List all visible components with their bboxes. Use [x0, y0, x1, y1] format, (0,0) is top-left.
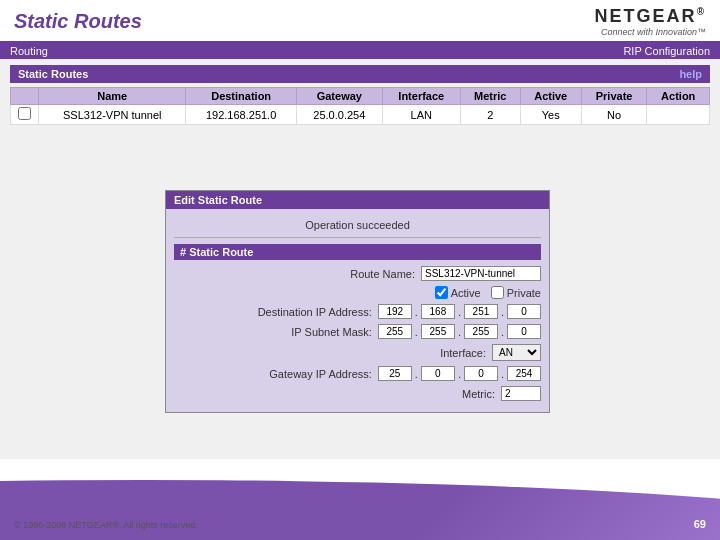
gateway-row: Gateway IP Address: . . . [174, 366, 541, 381]
gateway-1[interactable] [378, 366, 412, 381]
subnet-row: IP Subnet Mask: . . . [174, 324, 541, 339]
gateway-2[interactable] [421, 366, 455, 381]
gateway-3[interactable] [464, 366, 498, 381]
footer-wave [0, 480, 720, 540]
section-title: Static Routes [18, 68, 88, 80]
nav-bar: Routing RIP Configuration [0, 43, 720, 59]
dest-ip-label: Destination IP Address: [232, 306, 372, 318]
route-name-label: Route Name: [275, 268, 415, 280]
active-private-row: Active Private [174, 286, 541, 299]
logo-area: NETGEAR® Connect with Innovation™ [595, 6, 706, 37]
interface-label: Interface: [346, 347, 486, 359]
routes-table: Name Destination Gateway Interface Metri… [10, 87, 710, 125]
subnet-3[interactable] [464, 324, 498, 339]
private-checkbox-label: Private [491, 286, 541, 299]
subnet-1[interactable] [378, 324, 412, 339]
dest-ip-2[interactable] [421, 304, 455, 319]
row-active: Yes [520, 105, 581, 125]
interface-control: AN LAN WAN [492, 344, 541, 361]
edit-static-route-dialog: Edit Static Route Operation succeeded # … [165, 190, 550, 413]
dest-ip-3[interactable] [464, 304, 498, 319]
dest-ip-control: . . . [378, 304, 541, 319]
row-checkbox[interactable] [18, 107, 31, 120]
metric-label: Metric: [355, 388, 495, 400]
section-header: Static Routes help [10, 65, 710, 83]
dialog-section-header: # Static Route [174, 244, 541, 260]
metric-input[interactable] [501, 386, 541, 401]
col-checkbox [11, 88, 39, 105]
col-interface: Interface [382, 88, 460, 105]
private-text: Private [507, 287, 541, 299]
success-message: Operation succeeded [174, 215, 541, 238]
nav-routing[interactable]: Routing [10, 45, 48, 57]
subnet-control: . . . [378, 324, 541, 339]
active-private-control: Active Private [435, 286, 541, 299]
subnet-label: IP Subnet Mask: [232, 326, 372, 338]
footer-page-number: 69 [694, 518, 706, 530]
metric-control [501, 386, 541, 401]
subnet-2[interactable] [421, 324, 455, 339]
interface-select[interactable]: AN LAN WAN [492, 344, 541, 361]
dialog-title-bar: Edit Static Route [166, 191, 549, 209]
dest-ip-4[interactable] [507, 304, 541, 319]
dest-ip-row: Destination IP Address: . . . [174, 304, 541, 319]
row-destination: 192.168.251.0 [186, 105, 296, 125]
row-action [647, 105, 710, 125]
col-name: Name [39, 88, 186, 105]
active-text: Active [451, 287, 481, 299]
metric-row: Metric: [174, 386, 541, 401]
gateway-4[interactable] [507, 366, 541, 381]
route-name-row: Route Name: [174, 266, 541, 281]
dest-ip-1[interactable] [378, 304, 412, 319]
col-gateway: Gateway [296, 88, 382, 105]
private-checkbox[interactable] [491, 286, 504, 299]
dialog-body: Operation succeeded # Static Route Route… [166, 209, 549, 412]
col-private: Private [581, 88, 647, 105]
row-interface: LAN [382, 105, 460, 125]
route-name-control [421, 266, 541, 281]
nav-rip-config[interactable]: RIP Configuration [623, 45, 710, 57]
active-checkbox-label: Active [435, 286, 481, 299]
header: Static Routes NETGEAR® Connect with Inno… [0, 0, 720, 43]
active-checkbox[interactable] [435, 286, 448, 299]
row-metric: 2 [460, 105, 520, 125]
footer-content: © 1996-2006 NETGEAR®. All rights reserve… [0, 518, 720, 530]
footer-copyright: © 1996-2006 NETGEAR®. All rights reserve… [14, 520, 198, 530]
row-name: SSL312-VPN tunnel [39, 105, 186, 125]
col-active: Active [520, 88, 581, 105]
row-checkbox-cell[interactable] [11, 105, 39, 125]
page-title: Static Routes [14, 10, 142, 33]
gateway-label: Gateway IP Address: [232, 368, 372, 380]
gateway-control: . . . [378, 366, 541, 381]
route-name-input[interactable] [421, 266, 541, 281]
table-row: SSL312-VPN tunnel 192.168.251.0 25.0.0.2… [11, 105, 710, 125]
col-destination: Destination [186, 88, 296, 105]
help-link[interactable]: help [679, 68, 702, 80]
interface-row: Interface: AN LAN WAN [174, 344, 541, 361]
row-gateway: 25.0.0.254 [296, 105, 382, 125]
col-metric: Metric [460, 88, 520, 105]
col-action: Action [647, 88, 710, 105]
dialog-title: Edit Static Route [174, 194, 262, 206]
logo: NETGEAR® [595, 6, 706, 27]
subnet-4[interactable] [507, 324, 541, 339]
logo-tagline: Connect with Innovation™ [601, 27, 706, 37]
row-private: No [581, 105, 647, 125]
